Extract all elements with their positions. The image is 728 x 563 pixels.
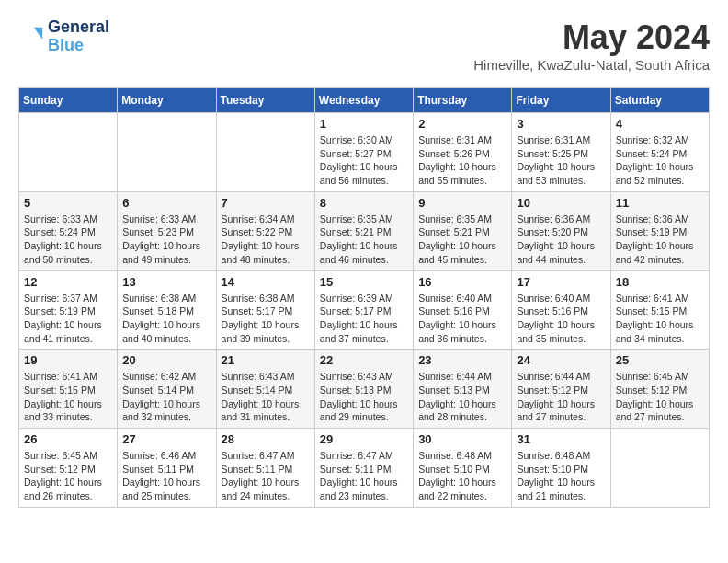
day-number: 11 [616,196,704,210]
day-info: Sunrise: 6:47 AMSunset: 5:11 PMDaylight:… [222,449,310,503]
day-info: Sunrise: 6:43 AMSunset: 5:14 PMDaylight:… [222,370,310,424]
calendar-cell: 14Sunrise: 6:38 AMSunset: 5:17 PMDayligh… [216,270,314,350]
day-number: 20 [122,353,210,367]
day-number: 2 [418,117,506,131]
day-info: Sunrise: 6:40 AMSunset: 5:16 PMDaylight:… [517,292,605,346]
calendar-week-2: 12Sunrise: 6:37 AMSunset: 5:19 PMDayligh… [19,270,710,350]
calendar-week-1: 5Sunrise: 6:33 AMSunset: 5:24 PMDaylight… [19,191,710,270]
day-header-sunday: Sunday [19,88,118,113]
day-info: Sunrise: 6:42 AMSunset: 5:14 PMDaylight:… [122,370,210,424]
day-header-monday: Monday [118,88,216,113]
calendar-cell [610,429,709,508]
logo-text: General Blue [48,18,109,55]
day-number: 10 [517,196,605,210]
calendar-cell: 6Sunrise: 6:33 AMSunset: 5:23 PMDaylight… [118,191,216,270]
day-number: 19 [24,353,112,367]
calendar-cell: 3Sunrise: 6:31 AMSunset: 5:25 PMDaylight… [512,113,610,192]
day-info: Sunrise: 6:45 AMSunset: 5:12 PMDaylight:… [24,449,112,503]
day-number: 18 [616,275,704,289]
day-header-friday: Friday [512,88,610,113]
calendar-cell: 19Sunrise: 6:41 AMSunset: 5:15 PMDayligh… [19,350,118,429]
location: Himeville, KwaZulu-Natal, South Africa [473,57,710,73]
calendar-cell: 24Sunrise: 6:44 AMSunset: 5:12 PMDayligh… [512,350,610,429]
calendar-table: SundayMondayTuesdayWednesdayThursdayFrid… [18,87,710,508]
day-info: Sunrise: 6:46 AMSunset: 5:11 PMDaylight:… [122,449,210,503]
calendar-cell: 26Sunrise: 6:45 AMSunset: 5:12 PMDayligh… [19,429,118,508]
calendar-cell [216,113,314,192]
day-number: 25 [616,353,704,367]
day-number: 29 [320,432,408,446]
day-number: 30 [418,432,506,446]
day-info: Sunrise: 6:33 AMSunset: 5:24 PMDaylight:… [24,213,112,267]
calendar-cell [118,113,216,192]
day-number: 23 [418,353,506,367]
calendar-cell: 25Sunrise: 6:45 AMSunset: 5:12 PMDayligh… [610,350,709,429]
day-info: Sunrise: 6:38 AMSunset: 5:17 PMDaylight:… [222,292,310,346]
calendar-cell: 23Sunrise: 6:44 AMSunset: 5:13 PMDayligh… [414,350,512,429]
day-number: 15 [320,275,408,289]
day-info: Sunrise: 6:30 AMSunset: 5:27 PMDaylight:… [320,133,408,188]
calendar-week-3: 19Sunrise: 6:41 AMSunset: 5:15 PMDayligh… [19,350,710,429]
day-info: Sunrise: 6:48 AMSunset: 5:10 PMDaylight:… [517,449,605,503]
day-info: Sunrise: 6:31 AMSunset: 5:25 PMDaylight:… [517,133,605,188]
day-number: 21 [222,353,310,367]
day-info: Sunrise: 6:48 AMSunset: 5:10 PMDaylight:… [418,449,506,503]
day-info: Sunrise: 6:38 AMSunset: 5:18 PMDaylight:… [122,292,210,346]
calendar-cell: 30Sunrise: 6:48 AMSunset: 5:10 PMDayligh… [414,429,512,508]
day-info: Sunrise: 6:37 AMSunset: 5:19 PMDaylight:… [24,292,112,346]
day-info: Sunrise: 6:35 AMSunset: 5:21 PMDaylight:… [418,213,506,267]
day-number: 3 [517,117,605,131]
day-info: Sunrise: 6:47 AMSunset: 5:11 PMDaylight:… [320,449,408,503]
day-number: 6 [122,196,210,210]
day-header-thursday: Thursday [414,88,512,113]
day-info: Sunrise: 6:41 AMSunset: 5:15 PMDaylight:… [616,292,704,346]
day-number: 7 [222,196,310,210]
calendar-cell: 1Sunrise: 6:30 AMSunset: 5:27 PMDaylight… [314,113,413,192]
calendar-cell [19,113,118,192]
day-number: 17 [517,275,605,289]
day-number: 8 [320,196,408,210]
day-number: 28 [222,432,310,446]
calendar-cell: 20Sunrise: 6:42 AMSunset: 5:14 PMDayligh… [118,350,216,429]
calendar-cell: 2Sunrise: 6:31 AMSunset: 5:26 PMDaylight… [414,113,512,192]
day-info: Sunrise: 6:43 AMSunset: 5:13 PMDaylight:… [320,370,408,424]
day-info: Sunrise: 6:36 AMSunset: 5:20 PMDaylight:… [517,213,605,267]
calendar-cell: 16Sunrise: 6:40 AMSunset: 5:16 PMDayligh… [414,270,512,350]
day-header-tuesday: Tuesday [216,88,314,113]
day-number: 31 [517,432,605,446]
calendar-cell: 4Sunrise: 6:32 AMSunset: 5:24 PMDaylight… [610,113,709,192]
calendar-cell: 12Sunrise: 6:37 AMSunset: 5:19 PMDayligh… [19,270,118,350]
day-info: Sunrise: 6:41 AMSunset: 5:15 PMDaylight:… [24,370,112,424]
calendar-cell: 18Sunrise: 6:41 AMSunset: 5:15 PMDayligh… [610,270,709,350]
day-number: 13 [122,275,210,289]
day-number: 12 [24,275,112,289]
calendar-cell: 31Sunrise: 6:48 AMSunset: 5:10 PMDayligh… [512,429,610,508]
calendar-cell: 8Sunrise: 6:35 AMSunset: 5:21 PMDaylight… [314,191,413,270]
calendar-cell: 29Sunrise: 6:47 AMSunset: 5:11 PMDayligh… [314,429,413,508]
day-info: Sunrise: 6:33 AMSunset: 5:23 PMDaylight:… [122,213,210,267]
calendar-cell: 22Sunrise: 6:43 AMSunset: 5:13 PMDayligh… [314,350,413,429]
day-info: Sunrise: 6:32 AMSunset: 5:24 PMDaylight:… [616,133,704,188]
calendar-cell: 17Sunrise: 6:40 AMSunset: 5:16 PMDayligh… [512,270,610,350]
calendar-cell: 13Sunrise: 6:38 AMSunset: 5:18 PMDayligh… [118,270,216,350]
day-header-saturday: Saturday [610,88,709,113]
calendar-cell: 9Sunrise: 6:35 AMSunset: 5:21 PMDaylight… [414,191,512,270]
day-info: Sunrise: 6:44 AMSunset: 5:13 PMDaylight:… [418,370,506,424]
calendar-cell: 15Sunrise: 6:39 AMSunset: 5:17 PMDayligh… [314,270,413,350]
calendar-week-4: 26Sunrise: 6:45 AMSunset: 5:12 PMDayligh… [19,429,710,508]
day-info: Sunrise: 6:31 AMSunset: 5:26 PMDaylight:… [418,133,506,188]
day-info: Sunrise: 6:45 AMSunset: 5:12 PMDaylight:… [616,370,704,424]
calendar-cell: 27Sunrise: 6:46 AMSunset: 5:11 PMDayligh… [118,429,216,508]
calendar-cell: 5Sunrise: 6:33 AMSunset: 5:24 PMDaylight… [19,191,118,270]
day-info: Sunrise: 6:36 AMSunset: 5:19 PMDaylight:… [616,213,704,267]
day-number: 4 [616,117,704,131]
calendar-cell: 7Sunrise: 6:34 AMSunset: 5:22 PMDaylight… [216,191,314,270]
day-number: 1 [320,117,408,131]
day-number: 5 [24,196,112,210]
day-number: 9 [418,196,506,210]
calendar-cell: 21Sunrise: 6:43 AMSunset: 5:14 PMDayligh… [216,350,314,429]
day-header-wednesday: Wednesday [314,88,413,113]
title-block: May 2024 Himeville, KwaZulu-Natal, South… [473,18,710,73]
calendar-cell: 11Sunrise: 6:36 AMSunset: 5:19 PMDayligh… [610,191,709,270]
svg-marker-0 [34,28,42,40]
